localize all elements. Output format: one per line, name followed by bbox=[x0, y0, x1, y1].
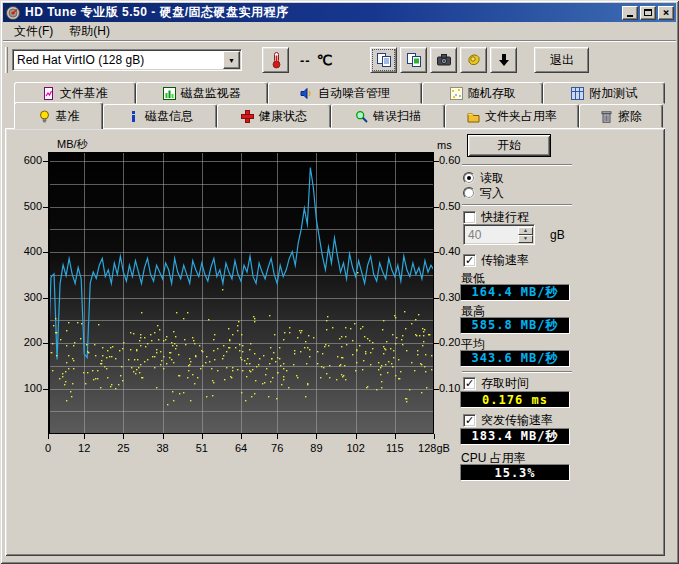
app-window: HD Tune 专业版 5.50 - 硬盘/固态硬盘实用程序 × 文件(F) 帮… bbox=[0, 0, 679, 564]
axis-tick-label: 89 bbox=[294, 442, 338, 454]
tab-extra-tests[interactable]: 附加测试 bbox=[543, 82, 665, 104]
axis-tick bbox=[434, 161, 439, 162]
menu-file[interactable]: 文件(F) bbox=[7, 21, 60, 42]
drive-select[interactable]: Red Hat VirtIO (128 gB) ▼ bbox=[12, 49, 242, 71]
tab-error-scan[interactable]: 错误扫描 bbox=[331, 104, 445, 128]
tab-benchmark[interactable]: 基准 bbox=[14, 102, 103, 129]
axis-tick bbox=[43, 298, 48, 299]
axis-tick bbox=[43, 207, 48, 208]
shortstroke-row[interactable]: 快捷行程 bbox=[463, 210, 529, 224]
tab-label: 文件夹占用率 bbox=[485, 108, 557, 125]
shortstroke-unit: gB bbox=[550, 228, 565, 242]
download-arrow-icon bbox=[496, 52, 512, 68]
access-time-row[interactable]: ✓ 存取时间 bbox=[463, 376, 529, 390]
tab-aam[interactable]: 自动噪音管理 bbox=[268, 82, 422, 104]
tab-label: 随机存取 bbox=[468, 85, 516, 102]
axis-tick-label: 128gB bbox=[412, 442, 456, 454]
start-button-label: 开始 bbox=[497, 137, 521, 154]
tab-file-benchmark[interactable]: 文件基准 bbox=[14, 82, 136, 104]
tab-disk-monitor[interactable]: 磁盘监视器 bbox=[136, 82, 268, 104]
axis-tick bbox=[84, 434, 85, 439]
close-button[interactable]: × bbox=[658, 6, 674, 20]
axis-tick bbox=[202, 434, 203, 439]
menu-bar: 文件(F) 帮助(H) bbox=[3, 22, 676, 41]
file-benchmark-icon bbox=[42, 87, 55, 100]
shortstroke-checkbox[interactable] bbox=[463, 211, 476, 224]
axis-tick-label: 38 bbox=[141, 442, 185, 454]
cpu-usage-display: 15.3% bbox=[460, 464, 570, 481]
health-cross-icon bbox=[241, 110, 254, 123]
axis-tick bbox=[356, 434, 357, 439]
axis-tick-label: 300 bbox=[10, 291, 42, 303]
axis-tick bbox=[434, 389, 439, 390]
chevron-down-icon[interactable]: ▼ bbox=[223, 51, 240, 69]
tab-disk-info[interactable]: 磁盘信息 bbox=[103, 104, 217, 128]
axis-tick-label: 115 bbox=[373, 442, 417, 454]
toolbar: Red Hat VirtIO (128 gB) ▼ -- ℃ bbox=[3, 42, 676, 78]
axis-tick-label: 76 bbox=[255, 442, 299, 454]
temperature-value: -- bbox=[300, 53, 311, 68]
read-radio[interactable] bbox=[463, 172, 475, 184]
folder-icon bbox=[467, 110, 480, 123]
burst-rate-row[interactable]: ✓ 突发传输速率 bbox=[463, 413, 553, 427]
axis-tick bbox=[43, 161, 48, 162]
start-button[interactable]: 开始 bbox=[467, 134, 551, 157]
divider bbox=[462, 371, 572, 373]
toolbar-gripper bbox=[5, 47, 8, 73]
title-bar: HD Tune 专业版 5.50 - 硬盘/固态硬盘实用程序 × bbox=[3, 3, 676, 22]
copy-icon bbox=[376, 52, 392, 68]
minimize-button[interactable] bbox=[622, 6, 638, 20]
access-time-display: 0.176 ms bbox=[460, 391, 570, 408]
axis-tick bbox=[434, 343, 439, 344]
screenshot-button[interactable] bbox=[430, 47, 457, 73]
divider bbox=[462, 164, 572, 166]
tab-label: 错误扫描 bbox=[373, 108, 421, 125]
axis-tick bbox=[277, 434, 278, 439]
write-radio-label: 写入 bbox=[480, 185, 504, 202]
lightbulb-icon bbox=[38, 110, 51, 123]
write-radio[interactable] bbox=[463, 187, 475, 199]
shortstroke-label: 快捷行程 bbox=[481, 209, 529, 226]
write-radio-row[interactable]: 写入 bbox=[463, 186, 504, 200]
tab-row-top: 文件基准 磁盘监视器 自动噪音管理 随机 bbox=[14, 82, 665, 104]
copy-image-button[interactable] bbox=[400, 47, 427, 73]
transfer-rate-checkbox[interactable]: ✓ bbox=[463, 254, 476, 267]
tab-random-access[interactable]: 随机存取 bbox=[422, 82, 544, 104]
save-results-button[interactable] bbox=[490, 47, 517, 73]
transfer-rate-row[interactable]: ✓ 传输速率 bbox=[463, 253, 529, 267]
menu-help[interactable]: 帮助(H) bbox=[62, 21, 117, 42]
temperature-unit: ℃ bbox=[317, 52, 333, 68]
random-access-icon bbox=[450, 87, 463, 100]
tab-folder-usage[interactable]: 文件夹占用率 bbox=[445, 104, 579, 128]
divider bbox=[462, 204, 572, 206]
min-value-display: 164.4 MB/秒 bbox=[460, 284, 570, 301]
thermometer-icon bbox=[268, 51, 284, 69]
axis-tick-label: 102 bbox=[334, 442, 378, 454]
axis-tick-label: 25 bbox=[101, 442, 145, 454]
access-time-label: 存取时间 bbox=[481, 375, 529, 392]
temperature-button[interactable] bbox=[262, 47, 289, 73]
axis-tick bbox=[316, 434, 317, 439]
access-time-checkbox[interactable]: ✓ bbox=[463, 377, 476, 390]
tab-label: 磁盘信息 bbox=[145, 108, 193, 125]
copy-text-button[interactable] bbox=[370, 47, 397, 73]
donate-button[interactable] bbox=[460, 47, 487, 73]
maximize-button[interactable] bbox=[640, 6, 656, 20]
burst-rate-checkbox[interactable]: ✓ bbox=[463, 414, 476, 427]
benchmark-chart bbox=[48, 152, 434, 434]
minimize-icon bbox=[627, 15, 633, 17]
tab-label: 磁盘监视器 bbox=[181, 85, 241, 102]
tab-label: 擦除 bbox=[618, 108, 642, 125]
tab-label: 自动噪音管理 bbox=[318, 85, 390, 102]
tab-erase[interactable]: 擦除 bbox=[579, 104, 663, 128]
stepper-up-icon[interactable]: ▲ bbox=[518, 227, 533, 235]
axis-tick bbox=[395, 434, 396, 439]
stepper-down-icon[interactable]: ▼ bbox=[518, 235, 533, 243]
shortstroke-value: 40 bbox=[464, 228, 518, 242]
shortstroke-stepper[interactable]: 40 ▲ ▼ bbox=[463, 224, 535, 245]
axis-tick-label: 100 bbox=[10, 382, 42, 394]
exit-button[interactable]: 退出 bbox=[534, 47, 589, 73]
axis-tick bbox=[43, 252, 48, 253]
read-radio-row[interactable]: 读取 bbox=[463, 171, 504, 185]
tab-health[interactable]: 健康状态 bbox=[217, 104, 331, 128]
